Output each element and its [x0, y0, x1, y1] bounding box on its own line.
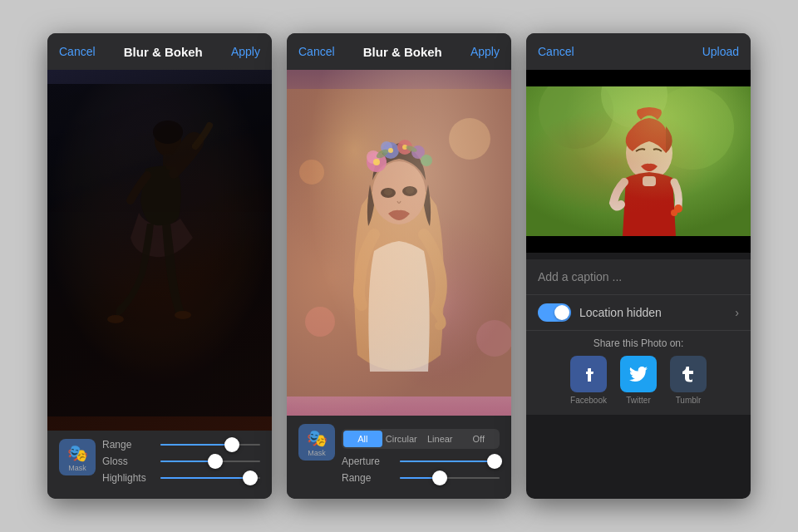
range-label-2: Range [342, 472, 400, 484]
svg-point-2 [153, 121, 183, 144]
svg-point-33 [601, 86, 667, 128]
panel-2: Cancel Blur & Bokeh Apply [287, 33, 511, 499]
panel-1-controls: 🎭 Mask Range Gloss [47, 431, 272, 499]
mask-label-1: Mask [68, 464, 86, 472]
tab-bar: All Circular Linear Off [342, 429, 500, 449]
svg-point-26 [388, 148, 393, 153]
dancer-photo [47, 70, 272, 431]
aperture-slider[interactable] [400, 461, 500, 462]
tumblr-label: Tumblr [676, 396, 702, 405]
tab-all[interactable]: All [343, 431, 382, 447]
aperture-control: Aperture [342, 456, 500, 467]
svg-point-21 [381, 141, 392, 153]
panel-3-cancel[interactable]: Cancel [538, 45, 574, 58]
mask-icon-2: 🎭 [307, 428, 328, 448]
red-woman-photo [526, 86, 751, 236]
svg-point-4 [175, 311, 191, 319]
flower-woman-art [287, 70, 511, 416]
panel-3: Cancel Upload [526, 33, 751, 499]
location-toggle[interactable] [538, 303, 571, 322]
svg-point-27 [402, 145, 407, 150]
panel-3-header: Cancel Upload [526, 33, 751, 70]
panel-2-cancel[interactable]: Cancel [298, 45, 335, 58]
svg-point-12 [299, 160, 324, 185]
mask-section-1: 🎭 Mask Range Gloss [59, 439, 260, 489]
panel-2-right: All Circular Linear Off Aperture Range [342, 424, 500, 489]
facebook-button[interactable]: Facebook [570, 356, 607, 405]
letterbox-bottom [526, 236, 751, 253]
facebook-icon [570, 356, 607, 392]
dancer-silhouette [47, 70, 272, 431]
mask-icon-1: 🎭 [67, 443, 88, 463]
svg-point-5 [107, 315, 124, 323]
tab-circular[interactable]: Circular [382, 431, 421, 447]
toggle-thumb [554, 305, 569, 320]
svg-rect-7 [287, 89, 511, 397]
location-text: Location hidden [579, 306, 735, 319]
svg-point-13 [372, 161, 426, 224]
panel-1-cancel[interactable]: Cancel [59, 45, 96, 58]
gloss-control: Gloss [102, 456, 260, 467]
range-label: Range [102, 439, 160, 451]
panel-1-photo [47, 70, 272, 431]
svg-point-31 [539, 86, 613, 149]
photo-content [526, 86, 751, 236]
twitter-button[interactable]: Twitter [620, 356, 657, 405]
location-row[interactable]: Location hidden › [526, 294, 751, 330]
panel-2-controls: 🎭 Mask All Circular Linear Off Aperture [287, 416, 511, 499]
highlights-slider[interactable] [160, 477, 260, 479]
gloss-label: Gloss [102, 456, 160, 467]
social-row: Facebook Twitter Tumblr [538, 356, 739, 405]
panel-1-apply[interactable]: Apply [231, 45, 260, 58]
red-woman-art [526, 86, 751, 236]
svg-point-22 [397, 140, 412, 155]
panel-3-photo [526, 70, 751, 253]
panel-2-header: Cancel Blur & Bokeh Apply [287, 33, 511, 70]
svg-point-29 [405, 145, 417, 153]
share-section: Share this Photo on: Facebook Twitter Tu… [526, 330, 751, 415]
chevron-icon: › [735, 306, 739, 319]
panel-3-upload[interactable]: Upload [702, 45, 739, 58]
mask-button-2[interactable]: 🎭 Mask [298, 424, 335, 461]
svg-point-23 [411, 145, 425, 159]
svg-point-20 [382, 142, 399, 159]
gloss-slider[interactable] [160, 461, 260, 462]
letterbox-top [526, 70, 751, 86]
svg-rect-30 [526, 86, 751, 236]
svg-point-36 [674, 204, 682, 213]
svg-rect-6 [287, 89, 511, 397]
svg-point-25 [373, 159, 380, 165]
range-control: Range [102, 439, 260, 451]
mask-section-2: 🎭 Mask All Circular Linear Off Aperture [298, 424, 500, 489]
aperture-label: Aperture [342, 456, 400, 467]
caption-section: Add a caption ... [526, 259, 751, 294]
svg-point-17 [406, 187, 414, 194]
twitter-icon [620, 356, 657, 392]
facebook-label: Facebook [570, 396, 607, 405]
svg-point-9 [449, 118, 490, 160]
panel-2-title: Blur & Bokeh [363, 45, 442, 59]
tumblr-button[interactable]: Tumblr [670, 356, 707, 405]
svg-point-34 [626, 126, 672, 180]
caption-input[interactable]: Add a caption ... [538, 270, 622, 283]
flower-photo [287, 70, 511, 416]
svg-point-16 [384, 189, 392, 195]
panel-2-photo [287, 70, 511, 416]
svg-point-24 [421, 155, 432, 166]
panel-1-title: Blur & Bokeh [124, 45, 203, 59]
range-slider-2[interactable] [400, 477, 500, 479]
highlights-control: Highlights [102, 472, 260, 484]
svg-point-11 [476, 320, 511, 357]
highlights-label: Highlights [102, 472, 160, 484]
tumblr-icon [670, 356, 707, 392]
range-slider[interactable] [160, 444, 260, 446]
svg-point-32 [651, 86, 734, 170]
panel-1: Cancel Blur & Bokeh Apply [47, 33, 272, 499]
panel-2-apply[interactable]: Apply [470, 45, 500, 58]
mask-button-1[interactable]: 🎭 Mask [59, 439, 96, 475]
svg-rect-35 [643, 176, 656, 186]
range-control-2: Range [342, 472, 500, 484]
twitter-label: Twitter [626, 396, 650, 405]
tab-linear[interactable]: Linear [421, 431, 460, 447]
tab-off[interactable]: Off [460, 431, 499, 447]
